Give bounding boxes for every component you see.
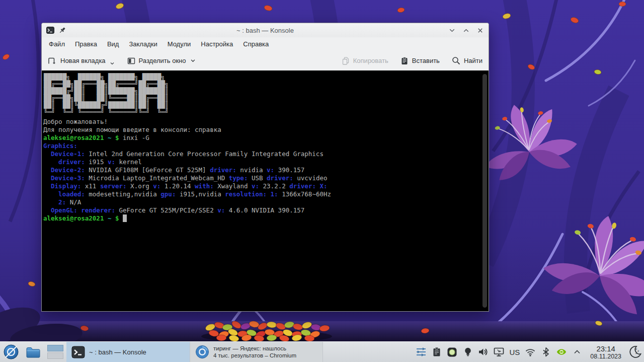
paste-icon <box>400 57 409 65</box>
rosa-launcher-icon <box>3 344 19 360</box>
split-window-button[interactable]: Разделить окно <box>127 57 195 65</box>
system-tray: US <box>413 342 586 362</box>
menu-view[interactable]: Вид <box>102 38 124 50</box>
clock-time: 23:14 <box>596 344 615 353</box>
konsole-icon <box>71 345 85 359</box>
window-title: ~ : bash — Konsole <box>42 27 489 34</box>
chevron-down-icon <box>110 62 114 65</box>
konsole-window: ~ : bash — Konsole Файл Правка Вид Закла… <box>41 23 489 312</box>
split-window-icon <box>127 57 135 65</box>
desktop: ~ : bash — Konsole Файл Правка Вид Закла… <box>0 0 644 362</box>
moon-sleep-icon: z z z <box>627 344 642 359</box>
taskbar: ~ : bash — Konsole тиринг — Яндекс: нашл… <box>0 341 644 362</box>
digital-clock[interactable]: 23:14 08.11.2023 <box>586 342 626 362</box>
svg-text:z: z <box>635 347 637 350</box>
menu-edit[interactable]: Правка <box>70 38 102 50</box>
svg-text:z: z <box>635 351 637 354</box>
clock-date: 08.11.2023 <box>590 353 621 360</box>
task-title: ~ : bash — Konsole <box>89 348 146 356</box>
panel-spacer <box>323 342 413 362</box>
rosa-ascii-logo: ██████╗ ██████╗ ███████╗ █████╗ ██╔══██╗… <box>44 74 481 116</box>
file-manager-button[interactable] <box>22 342 44 362</box>
menu-plugins[interactable]: Модули <box>163 38 196 50</box>
menu-help[interactable]: Справка <box>238 38 274 50</box>
terminal-view[interactable]: ██████╗ ██████╗ ███████╗ █████╗ ██╔══██╗… <box>42 70 489 311</box>
chromium-icon <box>195 345 209 359</box>
folder-icon <box>25 344 41 359</box>
menu-settings[interactable]: Настройка <box>196 38 238 50</box>
menubar: Файл Правка Вид Закладки Модули Настройк… <box>42 37 489 51</box>
volume-icon[interactable] <box>478 346 489 357</box>
svg-text:z: z <box>637 349 639 352</box>
close-button[interactable] <box>476 26 484 34</box>
new-tab-button[interactable]: Новая вкладка <box>48 57 114 65</box>
chevron-down-icon <box>191 59 195 62</box>
scrollbar-thumb[interactable] <box>482 74 487 308</box>
wifi-icon[interactable] <box>525 346 536 357</box>
virtual-desktop-pager[interactable] <box>44 342 66 362</box>
paste-button[interactable]: Вставить <box>400 57 440 65</box>
pin-icon[interactable] <box>58 26 66 34</box>
copy-icon <box>342 57 350 65</box>
tray-expander-chevron-up-icon[interactable] <box>572 346 583 357</box>
nvidia-icon[interactable] <box>556 346 567 357</box>
copy-button: Копировать <box>342 57 388 65</box>
task-title: тиринг — Яндекс: нашлось 4 тыс. результа… <box>213 345 296 359</box>
display-settings-icon[interactable] <box>494 346 505 357</box>
pager-desktop-2[interactable] <box>47 352 63 359</box>
keyboard-layout-indicator[interactable]: US <box>509 348 521 356</box>
find-button[interactable]: Найти <box>452 56 482 65</box>
window-titlebar[interactable]: ~ : bash — Konsole <box>42 23 489 37</box>
search-icon <box>452 56 460 65</box>
menu-file[interactable]: Файл <box>44 38 70 50</box>
status-light-icon[interactable] <box>447 346 458 357</box>
toolbar: Новая вкладка Разделить окно Копировать … <box>42 51 489 70</box>
taskbar-task-chromium[interactable]: тиринг — Яндекс: нашлось 4 тыс. результа… <box>190 342 323 362</box>
konsole-window-icon <box>46 26 54 34</box>
terminal-output: Добро пожаловать!Для получения помощи вв… <box>43 118 481 223</box>
night-mode-button[interactable]: z z z <box>626 342 644 362</box>
taskbar-task-konsole[interactable]: ~ : bash — Konsole <box>66 342 190 362</box>
new-tab-icon <box>48 57 57 65</box>
menu-bookmarks[interactable]: Закладки <box>124 38 162 50</box>
terminal-scrollbar[interactable] <box>482 74 487 308</box>
app-launcher-button[interactable] <box>0 342 22 362</box>
audio-mixer-sliders-icon[interactable] <box>416 346 427 357</box>
clipboard-icon[interactable] <box>431 346 442 357</box>
lightbulb-icon[interactable] <box>462 346 473 357</box>
minimize-button[interactable] <box>448 26 456 34</box>
bluetooth-icon[interactable] <box>540 346 551 357</box>
maximize-button[interactable] <box>462 26 470 34</box>
pager-desktop-1[interactable] <box>47 345 63 351</box>
